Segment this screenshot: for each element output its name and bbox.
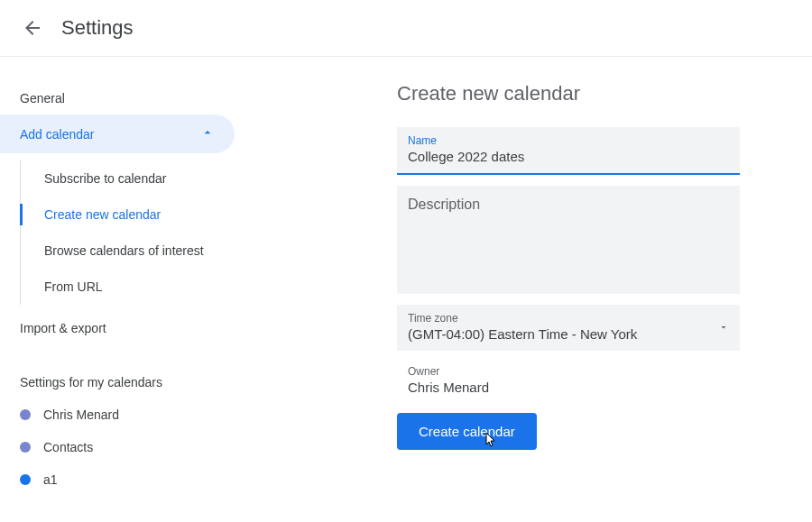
description-label: Description bbox=[408, 197, 729, 213]
sidebar-item-import-export[interactable]: Import & export bbox=[0, 312, 235, 344]
calendar-label: Contacts bbox=[43, 440, 93, 454]
timezone-value: (GMT-04:00) Eastern Time - New York bbox=[408, 326, 729, 342]
name-field[interactable]: Name College 2022 dates bbox=[397, 127, 740, 175]
owner-label: Owner bbox=[408, 365, 776, 378]
sidebar-item-general[interactable]: General bbox=[0, 82, 235, 114]
calendar-label: Chris Menard bbox=[43, 408, 119, 422]
sidebar-item-browse-calendars[interactable]: Browse calendars of interest bbox=[21, 233, 235, 269]
name-label: Name bbox=[408, 134, 729, 147]
timezone-label: Time zone bbox=[408, 312, 729, 325]
content: General Add calendar Subscribe to calend… bbox=[0, 57, 812, 503]
sidebar-item-subscribe[interactable]: Subscribe to calendar bbox=[21, 160, 235, 197]
main-title: Create new calendar bbox=[397, 82, 776, 105]
calendar-label: a1 bbox=[43, 472, 58, 487]
back-arrow-icon[interactable] bbox=[22, 17, 43, 39]
description-field[interactable]: Description bbox=[397, 186, 740, 294]
sidebar-item-from-url[interactable]: From URL bbox=[21, 269, 235, 305]
page-title: Settings bbox=[61, 16, 134, 40]
chevron-up-icon bbox=[200, 125, 215, 142]
owner-name: Chris Menard bbox=[408, 380, 776, 395]
sidebar-subitems: Subscribe to calendar Create new calenda… bbox=[20, 160, 235, 305]
sidebar: General Add calendar Subscribe to calend… bbox=[0, 75, 235, 503]
sidebar-item-create-new-calendar[interactable]: Create new calendar bbox=[21, 197, 235, 233]
calendar-color-dot bbox=[20, 474, 31, 485]
owner-block: Owner Chris Menard bbox=[397, 365, 776, 395]
calendar-color-dot bbox=[20, 409, 31, 420]
caret-down-icon bbox=[718, 320, 729, 336]
calendar-item[interactable]: Chris Menard bbox=[0, 398, 235, 431]
section-heading-my-calendars: Settings for my calendars bbox=[0, 366, 235, 398]
sidebar-item-add-calendar[interactable]: Add calendar bbox=[0, 114, 235, 153]
app-header: Settings bbox=[0, 0, 812, 57]
timezone-field[interactable]: Time zone (GMT-04:00) Eastern Time - New… bbox=[397, 305, 740, 351]
name-value: College 2022 dates bbox=[408, 149, 729, 164]
calendar-item[interactable]: Contacts bbox=[0, 431, 235, 463]
calendar-item[interactable]: a1 bbox=[0, 463, 235, 496]
create-calendar-button[interactable]: Create calendar bbox=[397, 413, 537, 450]
sidebar-item-label: Add calendar bbox=[20, 127, 95, 142]
main-panel: Create new calendar Name College 2022 da… bbox=[235, 75, 812, 503]
calendar-color-dot bbox=[20, 442, 31, 453]
